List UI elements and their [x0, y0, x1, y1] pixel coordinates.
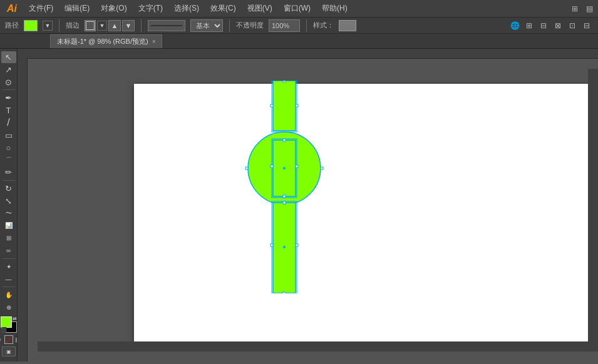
menu-edit[interactable]: 编辑(E) — [59, 2, 95, 15]
globe-icon[interactable]: 🌐 — [508, 19, 521, 32]
screen-mode-btns: ▣ — [2, 346, 16, 356]
sep4 — [306, 19, 307, 32]
color-modes: ■ ▦ — [0, 335, 18, 344]
rotate-icon: ↻ — [5, 184, 12, 193]
graph-icon: 📊 — [5, 222, 13, 229]
scrollbar-horizontal[interactable] — [38, 341, 598, 351]
menu-right-icons: ⊞ ▤ — [569, 3, 595, 15]
align-icon[interactable]: ⊞ — [523, 19, 535, 32]
handle-circle-right — [321, 167, 323, 169]
measure-icon: — — [6, 276, 12, 283]
tool-warp[interactable]: 〜 — [1, 208, 16, 220]
style-label: 样式： — [313, 21, 334, 30]
tool-pen[interactable]: ✒ — [1, 92, 16, 104]
tool-zoom[interactable]: ⊕ — [1, 301, 16, 313]
tool-lasso[interactable]: ⊙ — [1, 76, 16, 88]
tool-hand[interactable]: ✋ — [1, 289, 16, 301]
tool-column-graph[interactable]: 📊 — [1, 220, 16, 231]
tool-mesh[interactable]: ⊞ — [1, 232, 16, 244]
handle-bottom-top — [283, 201, 286, 204]
tool-rect[interactable]: ▭ — [1, 129, 16, 141]
style-box[interactable] — [339, 20, 356, 31]
tab-title: 未标题-1* @ 98% (RGB/预览) — [57, 37, 148, 46]
ruler-vertical — [18, 59, 28, 361]
selection-icon: ↖ — [5, 53, 12, 62]
menu-object[interactable]: 对象(O) — [96, 2, 131, 15]
stroke-color-box[interactable] — [85, 20, 96, 31]
fill-type-btn[interactable]: ▼ — [43, 21, 53, 31]
app-logo: Ai — [3, 0, 21, 18]
menu-window[interactable]: 窗口(W) — [279, 2, 316, 15]
menu-help[interactable]: 帮助(H) — [317, 2, 353, 15]
fill-color-box[interactable] — [24, 20, 38, 31]
main-layout: ↖ ↗ ⊙ ✒ T / ▭ ○ ⌒ ✏ ↻ — [0, 49, 598, 361]
tool-brush[interactable]: ⌒ — [1, 154, 16, 166]
handle-mid-right — [296, 165, 298, 168]
opacity-input[interactable] — [269, 19, 300, 32]
arrange-icon2[interactable]: ⊟ — [537, 19, 550, 32]
tool-eyedropper[interactable]: ✦ — [1, 261, 16, 273]
menu-view[interactable]: 视图(V) — [242, 2, 277, 15]
tool-sep-1 — [3, 89, 15, 90]
stroke-up-btn[interactable]: ▲ — [108, 20, 121, 31]
color-swatches: ⇄ ⬛ ■ ▦ ▣ — [0, 314, 18, 359]
pathfinder-icon[interactable]: ⊡ — [566, 19, 579, 32]
toolbox: ↖ ↗ ⊙ ✒ T / ▭ ○ ⌒ ✏ ↻ — [0, 49, 18, 361]
tool-sep-4 — [3, 286, 15, 287]
menu-file[interactable]: 文件(F) — [24, 2, 58, 15]
handle-bottom-right — [296, 244, 298, 246]
workspace-icon[interactable]: ⊞ — [569, 3, 581, 15]
handle-mid-bottom — [283, 195, 286, 198]
color-mode-none[interactable] — [4, 335, 13, 344]
stroke-icon2[interactable]: ⊟ — [580, 19, 593, 32]
swap-colors-btn[interactable]: ⇄ — [13, 316, 17, 321]
sep2 — [141, 19, 142, 32]
foreground-color-swatch[interactable] — [1, 316, 12, 328]
line-style-select[interactable]: 基本 — [190, 19, 223, 32]
path-label: 路径 — [5, 21, 19, 30]
hand-icon: ✋ — [5, 291, 13, 298]
color-swatch-container: ⇄ ⬛ — [1, 316, 17, 333]
screen-mode-normal[interactable]: ▣ — [2, 346, 16, 356]
tool-scale[interactable]: ⤡ — [1, 195, 16, 207]
tool-text[interactable]: T — [1, 104, 16, 116]
color-mode-color[interactable]: ■ — [0, 335, 4, 344]
tool-blend[interactable]: ∞ — [1, 245, 16, 256]
tab-bar: 未标题-1* @ 98% (RGB/预览) × — [0, 34, 598, 49]
reset-colors-btn[interactable]: ⬛ — [1, 328, 7, 333]
line-icon: / — [7, 117, 9, 128]
line-style-preview[interactable] — [148, 20, 185, 31]
brush-icon: ⌒ — [6, 156, 12, 164]
canvas-viewport[interactable] — [28, 59, 598, 351]
toolbar-right-icons: 🌐 ⊞ ⊟ ⊠ ⊡ ⊟ — [508, 19, 593, 32]
menu-text[interactable]: 文字(T) — [133, 2, 168, 15]
arrange-icon[interactable]: ▤ — [583, 3, 595, 15]
tool-measure[interactable]: — — [1, 273, 16, 285]
menu-effect[interactable]: 效果(C) — [205, 2, 241, 15]
tool-line[interactable]: / — [1, 117, 16, 129]
scrollbar-vertical[interactable] — [588, 69, 598, 341]
menu-bar: Ai 文件(F) 编辑(E) 对象(O) 文字(T) 选择(S) 效果(C) 视… — [0, 0, 598, 18]
tool-ellipse[interactable]: ○ — [1, 142, 16, 154]
sep3 — [229, 19, 230, 32]
warp-icon: 〜 — [6, 209, 12, 218]
handle-mid-left — [271, 165, 273, 168]
tool-selection[interactable]: ↖ — [1, 51, 16, 63]
blend-icon: ∞ — [6, 247, 11, 254]
path-toolbar: 路径 ▼ 描边 ▼ ▲ ▼ 基本 不透明度 样式： 🌐 ⊞ ⊟ ⊠ ⊡ ⊟ — [0, 18, 598, 34]
direct-selection-icon: ↗ — [5, 65, 12, 74]
artboard — [134, 84, 598, 351]
tab-close-btn[interactable]: × — [152, 38, 156, 45]
stroke-type-btn[interactable]: ▼ — [97, 21, 107, 31]
tool-rotate[interactable]: ↻ — [1, 183, 16, 195]
sep1 — [59, 19, 59, 32]
tool-pencil[interactable]: ✏ — [1, 166, 16, 178]
handle-top-mid — [283, 81, 286, 82]
menu-select[interactable]: 选择(S) — [169, 2, 204, 15]
handle-circle-left — [245, 167, 248, 169]
handle-left-mid — [271, 104, 273, 107]
stroke-down-btn[interactable]: ▼ — [122, 20, 135, 31]
document-tab[interactable]: 未标题-1* @ 98% (RGB/预览) × — [50, 34, 162, 48]
tool-direct-selection[interactable]: ↗ — [1, 64, 16, 76]
transform-icon[interactable]: ⊠ — [552, 19, 564, 32]
